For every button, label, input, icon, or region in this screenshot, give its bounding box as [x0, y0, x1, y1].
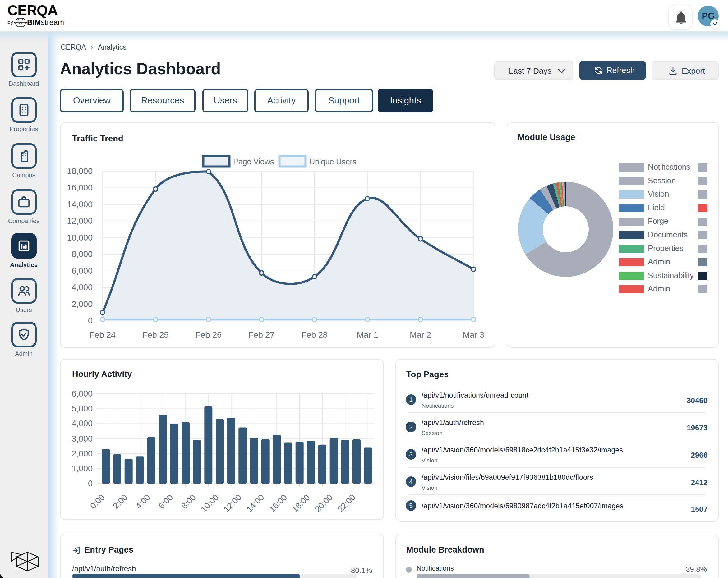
svg-text:Mar 2: Mar 2 — [410, 330, 431, 340]
svg-text:8,000: 8,000 — [72, 249, 93, 259]
svg-text:4,000: 4,000 — [72, 283, 93, 292]
svg-text:5,000: 5,000 — [72, 404, 93, 413]
svg-text:2,000: 2,000 — [72, 299, 93, 309]
svg-text:Feb 27: Feb 27 — [249, 330, 275, 340]
svg-text:12,000: 12,000 — [67, 216, 93, 226]
svg-text:4,000: 4,000 — [72, 419, 93, 428]
svg-text:12:00: 12:00 — [222, 493, 243, 514]
svg-text:4:00: 4:00 — [134, 493, 152, 510]
svg-text:0:00: 0:00 — [88, 493, 106, 510]
svg-text:16:00: 16:00 — [267, 493, 289, 514]
svg-text:22:00: 22:00 — [336, 493, 357, 514]
svg-text:18:00: 18:00 — [290, 493, 312, 514]
svg-text:Feb 25: Feb 25 — [142, 330, 168, 340]
svg-text:14,000: 14,000 — [67, 200, 93, 209]
svg-text:18,000: 18,000 — [67, 166, 93, 176]
svg-text:0: 0 — [88, 479, 93, 488]
svg-text:10,000: 10,000 — [67, 233, 93, 242]
svg-text:2,000: 2,000 — [72, 449, 93, 458]
svg-text:10:00: 10:00 — [199, 493, 220, 514]
svg-text:3,000: 3,000 — [72, 434, 93, 443]
svg-text:Unique Users: Unique Users — [309, 157, 356, 166]
svg-text:6,000: 6,000 — [72, 389, 93, 398]
svg-text:Feb 24: Feb 24 — [89, 330, 115, 340]
svg-text:Mar 3: Mar 3 — [463, 330, 484, 340]
svg-text:8:00: 8:00 — [180, 493, 198, 510]
svg-text:Mar 1: Mar 1 — [357, 330, 378, 340]
svg-text:Page Views: Page Views — [233, 157, 274, 166]
svg-text:6:00: 6:00 — [157, 493, 175, 510]
svg-text:Feb 26: Feb 26 — [196, 330, 222, 340]
svg-text:0: 0 — [88, 316, 93, 325]
svg-text:2:00: 2:00 — [111, 493, 129, 510]
svg-text:14:00: 14:00 — [244, 493, 266, 514]
svg-text:16,000: 16,000 — [67, 183, 93, 192]
svg-text:1,000: 1,000 — [72, 464, 93, 473]
svg-text:6,000: 6,000 — [72, 266, 93, 275]
svg-text:20:00: 20:00 — [313, 493, 335, 514]
svg-text:Feb 28: Feb 28 — [302, 330, 328, 340]
